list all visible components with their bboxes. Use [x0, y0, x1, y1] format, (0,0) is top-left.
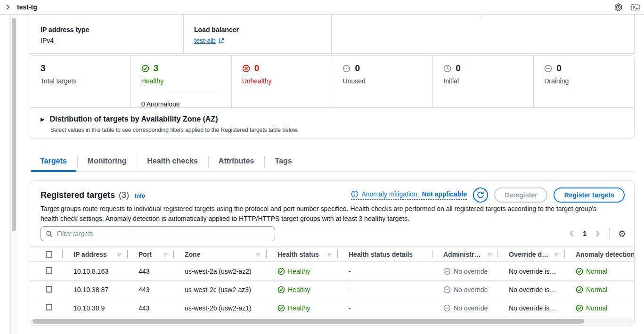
header-health-status[interactable]: Health status▽ — [267, 246, 338, 262]
anomaly-mitigation-value: Not applicable — [422, 190, 467, 198]
header-override-details[interactable]: Override d…▽ — [498, 246, 565, 262]
tab-targets[interactable]: Targets — [30, 153, 77, 171]
cell-port: 443 — [128, 304, 174, 312]
cell-ip: 10.10.8.163 — [63, 268, 128, 275]
table-row: 10.10.38.87 443 us-west-2c (usw2-az3) He… — [30, 280, 635, 299]
filter-targets-box — [41, 226, 275, 241]
header-ip-address[interactable]: IP address▽ — [63, 246, 128, 262]
cell-health-status: Healthy — [288, 286, 310, 293]
check-circle-icon — [277, 286, 285, 293]
cell-anomaly-detection: Normal — [586, 286, 607, 293]
header-health-status-details[interactable]: Health status details — [338, 246, 432, 262]
cell-override-details: No override is… — [498, 268, 565, 275]
tab-tags[interactable]: Tags — [264, 153, 302, 171]
az-distribution-subtitle: Select values in this table to see corre… — [50, 127, 634, 133]
select-all-checkbox[interactable] — [46, 251, 52, 258]
stat-draining: 0 Draining — [533, 56, 634, 107]
top-bar: test-tg — [0, 0, 644, 15]
page-title: test-tg — [17, 3, 37, 11]
target-status-stats: 3 Total targets 3 Healthy 0 Anomalous 0 … — [30, 56, 634, 107]
check-circle-icon — [277, 304, 285, 312]
filter-funnel-icon[interactable]: ▽ — [327, 252, 331, 257]
cell-port: 443 — [128, 268, 174, 275]
check-circle-icon — [576, 286, 583, 293]
filter-funnel-icon[interactable]: ▽ — [163, 252, 167, 257]
cell-zone: us-west-2c (usw2-az3) — [174, 286, 267, 293]
targets-summary-panel: 3 Total targets 3 Healthy 0 Anomalous 0 … — [30, 55, 635, 139]
cell-zone: us-west-2b (usw2-az1) — [174, 304, 267, 312]
filter-funnel-icon[interactable]: ▽ — [554, 252, 558, 257]
filter-funnel-icon[interactable]: ▽ — [117, 252, 121, 257]
stat-unhealthy: 0 Unhealthy — [231, 56, 332, 107]
ellipsis-circle-icon — [342, 65, 351, 73]
table-settings-gear-icon[interactable]: ⚙ — [618, 229, 626, 238]
x-circle-icon — [242, 65, 250, 73]
check-circle-icon — [576, 304, 583, 312]
az-distribution-section: ▶ Distribution of targets by Availabilit… — [30, 107, 634, 139]
header-anomaly-detection[interactable]: Anomaly detection — [565, 246, 635, 262]
load-balancer-label: Load balancer — [194, 26, 331, 33]
current-page-number: 1 — [581, 230, 588, 237]
load-balancer-link[interactable]: test-alb — [194, 37, 224, 44]
tab-monitoring[interactable]: Monitoring — [77, 153, 137, 171]
registered-targets-count: (3) — [119, 190, 129, 200]
cell-health-details: - — [338, 268, 432, 275]
header-port[interactable]: Port▽ — [128, 246, 174, 262]
column-divider — [481, 15, 482, 19]
minus-circle-icon — [443, 268, 451, 275]
check-circle-icon — [277, 268, 285, 275]
anomaly-mitigation-link[interactable]: Anomaly mitigation: Not applicable — [351, 190, 467, 200]
filter-targets-input[interactable] — [57, 230, 270, 237]
ip-address-type-label: IP address type — [41, 26, 183, 33]
cell-admin-override: No override — [454, 304, 488, 312]
clock-circle-icon — [443, 65, 451, 73]
info-link[interactable]: Info — [135, 193, 145, 199]
previous-page-button[interactable] — [569, 230, 574, 237]
registered-targets-panel: Registered targets (3) Info Anomaly miti… — [30, 180, 635, 326]
refresh-button[interactable] — [473, 187, 488, 203]
cell-ip: 10.10.38.87 — [63, 286, 128, 293]
row-checkbox[interactable] — [46, 304, 52, 310]
az-distribution-expander[interactable]: ▶ Distribution of targets by Availabilit… — [41, 115, 634, 123]
external-link-icon — [218, 38, 224, 44]
registered-targets-description: Target groups route requests to individu… — [41, 204, 625, 224]
cell-anomaly-detection: Normal — [586, 304, 607, 312]
minus-circle-icon — [443, 286, 451, 293]
pagination: 1 ⚙ — [569, 228, 626, 240]
check-circle-icon — [141, 65, 149, 73]
divider — [609, 228, 610, 240]
cell-admin-override: No override — [454, 286, 488, 293]
header-administrative-override[interactable]: Administr…▽ — [432, 246, 498, 262]
row-checkbox[interactable] — [46, 286, 52, 293]
breadcrumb-collapse-chevron-icon[interactable] — [5, 4, 11, 10]
stat-healthy: 3 Healthy 0 Anomalous — [130, 56, 231, 107]
filter-funnel-icon[interactable]: ▽ — [256, 252, 260, 257]
cell-health-status: Healthy — [288, 304, 310, 312]
stat-total-targets: 3 Total targets — [30, 56, 130, 107]
deregister-button[interactable]: Deregister — [494, 187, 547, 203]
register-targets-button[interactable]: Register targets — [554, 187, 625, 203]
tab-health-checks[interactable]: Health checks — [137, 153, 208, 171]
stat-unused: 0 Unused — [332, 56, 432, 107]
header-zone[interactable]: Zone▽ — [174, 246, 267, 262]
minus-circle-icon — [443, 304, 451, 312]
vertical-scrollbar-thumb[interactable] — [12, 18, 16, 231]
horizontal-scrollbar-track — [31, 318, 633, 324]
table-row: 10.10.8.163 443 us-west-2a (usw2-az2) He… — [30, 262, 635, 280]
divider — [141, 94, 218, 94]
horizontal-scrollbar-thumb[interactable] — [33, 319, 584, 324]
tab-attributes[interactable]: Attributes — [208, 153, 265, 171]
registered-targets-title: Registered targets — [41, 190, 115, 200]
next-page-button[interactable] — [595, 230, 601, 237]
filter-funnel-icon[interactable]: ▽ — [488, 252, 491, 257]
row-checkbox[interactable] — [46, 267, 52, 274]
az-distribution-title: Distribution of targets by Availability … — [49, 115, 218, 123]
info-circle-icon — [351, 190, 359, 198]
ip-address-type-value: IPv4 — [41, 37, 183, 44]
vertical-scrollbar-track — [10, 15, 17, 334]
cloudshell-terminal-icon[interactable] — [631, 3, 640, 12]
cell-anomaly-detection: Normal — [586, 268, 607, 275]
cell-health-details: - — [338, 304, 432, 312]
refresh-icon — [477, 191, 484, 199]
history-clock-hexagon-icon[interactable] — [614, 3, 623, 12]
